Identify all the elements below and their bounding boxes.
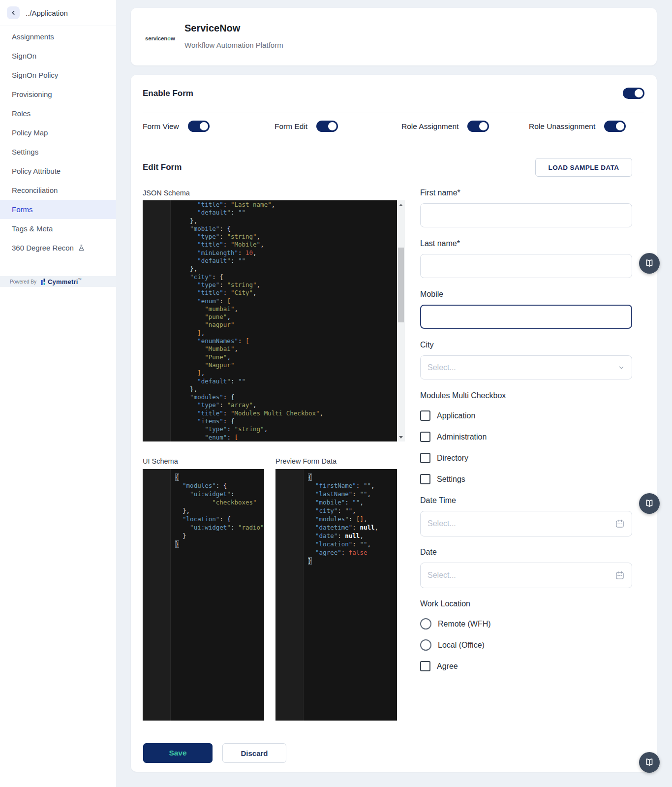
sidebar-item-label: Policy Attribute [12,167,61,175]
save-button[interactable]: Save [143,743,213,763]
sidebar-item-360-degree-recon[interactable]: 360 Degree Recon [0,238,116,257]
datetime-label: Date Time [420,496,456,505]
discard-button[interactable]: Discard [222,743,286,763]
code-line: 43 "type": "string", [143,425,397,433]
checkbox-icon [420,474,430,484]
checkbox-option-settings[interactable]: Settings [420,474,465,484]
checkbox-icon [420,453,430,463]
mobile-label: Mobile [420,290,443,299]
docs-fab-button[interactable] [639,253,660,274]
code-line: 20 "title": "Mobile", [143,241,397,249]
breadcrumb[interactable]: ../Application [26,9,68,17]
radio-label: Remote (WFH) [438,620,491,629]
role-assignment-label: Role Assignment [401,122,458,131]
powered-by-strip: Powered By Cymmetri ™ [0,276,116,287]
code-line: 41 "title": "Modules Multi Checkbox", [143,409,397,417]
code-line: 29 "pune", [143,313,397,321]
checkbox-option-directory[interactable]: Directory [420,453,468,463]
sidebar-item-forms[interactable]: Forms [0,200,116,219]
checkbox-icon [420,661,430,671]
open-book-icon [644,498,655,509]
sidebar-header: ../Application [0,0,116,26]
role-unassignment-toggle[interactable] [604,121,626,132]
scroll-down-arrow[interactable] [397,434,405,441]
city-select[interactable]: Select... [420,355,632,379]
datetime-placeholder: Select... [428,519,456,528]
checkbox-option-administration[interactable]: Administration [420,432,487,442]
code-line: 38 }, [143,385,397,393]
sidebar-item-roles[interactable]: Roles [0,104,116,123]
app-title: ServiceNow [184,23,240,34]
checkbox-option-agree[interactable]: Agree [420,661,458,671]
radio-icon [420,639,431,651]
code-line: 19 "type": "string", [143,233,397,241]
ui-schema-editor[interactable]: 1▾{2▾ "modules": {3 "ui:widget": "checkb… [143,469,264,721]
sidebar-item-label: Tags & Meta [12,224,53,233]
role-unassignment-label: Role Unassignment [529,122,595,131]
city-label: City [420,341,434,349]
preview-form-data-editor[interactable]: 1▾{2 "firstName": "",3 "lastName": "",4 … [275,469,397,721]
enable-form-toggle[interactable] [623,88,644,99]
code-line: 26 "title": "City", [143,289,397,297]
sidebar-item-tags-meta[interactable]: Tags & Meta [0,219,116,238]
load-sample-data-button[interactable]: LOAD SAMPLE DATA [535,158,632,177]
sidebar-item-label: Settings [12,148,38,156]
radio-option-remote-wfh[interactable]: Remote (WFH) [420,618,491,630]
sidebar-item-signon[interactable]: SignOn [0,46,116,65]
last-name-label: Last name* [420,239,460,248]
scroll-up-arrow[interactable] [397,201,405,208]
sidebar-item-policy-map[interactable]: Policy Map [0,123,116,142]
calendar-icon [615,570,625,580]
sidebar-item-policy-attribute[interactable]: Policy Attribute [0,161,116,181]
code-line: 34 "Pune", [143,353,397,361]
code-line: 17 }, [143,217,397,225]
sidebar-item-signon-policy[interactable]: SignOn Policy [0,65,116,85]
code-line: 37 "default": "" [143,378,397,385]
datetime-picker[interactable]: Select... [420,511,632,536]
docs-fab-button[interactable] [639,752,660,773]
sidebar-nav: AssignmentsSignOnSignOn PolicyProvisioni… [0,26,116,257]
code-line: 28 "mumbai", [143,305,397,313]
json-schema-editor[interactable]: 15 "title": "Last name",16 "default": ""… [143,200,397,441]
form-edit-toggle[interactable] [316,121,338,132]
toggle-knob [479,122,488,130]
last-name-input[interactable] [420,254,632,278]
chevron-left-icon [10,9,17,16]
sidebar-item-assignments[interactable]: Assignments [0,27,116,46]
first-name-input[interactable] [420,203,632,227]
city-placeholder: Select... [428,363,456,372]
scrollbar-thumb[interactable] [398,248,404,322]
docs-fab-button[interactable] [639,493,660,514]
sidebar-item-provisioning[interactable]: Provisioning [0,85,116,104]
role-assignment-toggle[interactable] [467,121,489,132]
open-book-icon [644,258,655,269]
app-header-card: servicenow ServiceNow Workflow Automatio… [131,8,657,65]
sidebar-item-label: Roles [12,109,31,118]
toggle-group-form-view: Form View [143,121,210,132]
checkbox-option-application[interactable]: Application [420,410,475,421]
code-line: 18▾ "mobile": { [143,225,397,233]
sidebar-item-reconciliation[interactable]: Reconciliation [0,181,116,200]
form-config-card: Enable Form Form ViewForm EditRole Assig… [131,75,657,772]
code-line: 25 "type": "string", [143,281,397,289]
code-line: 36 ], [143,369,397,377]
mobile-input[interactable] [420,305,632,329]
back-button[interactable] [7,6,20,19]
code-line: 31 ], [143,329,397,337]
work-location-label: Work Location [420,599,470,608]
sidebar-item-label: Assignments [12,32,54,41]
modules-label: Modules Multi Checkbox [420,391,506,400]
toggle-group-role-unassignment: Role Unassignment [529,121,626,132]
code-line: 32▾ "enumNames": [ [143,337,397,345]
radio-option-local-office[interactable]: Local (Office) [420,639,485,651]
toggle-knob [328,122,336,130]
radio-label: Local (Office) [438,641,485,650]
checkbox-icon [420,410,430,421]
checkbox-label: Settings [437,475,465,484]
form-view-toggle[interactable] [188,121,210,132]
sidebar-item-settings[interactable]: Settings [0,142,116,161]
date-picker[interactable]: Select... [420,563,632,588]
checkbox-icon [420,432,430,442]
editor-gutter [275,469,304,721]
code-line: 33 "Mumbai", [143,345,397,353]
